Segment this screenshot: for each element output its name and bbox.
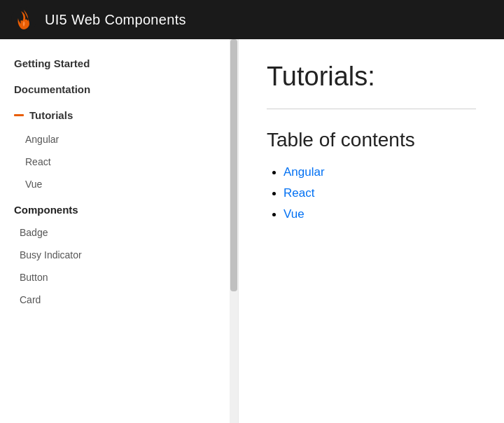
sidebar-tutorials-label: Tutorials [29,109,73,121]
main-layout: Getting Started Documentation Tutorials … [0,39,504,423]
toc-link-react[interactable]: React [284,186,314,200]
sidebar-item-getting-started[interactable]: Getting Started [0,50,230,76]
toc-heading: Table of contents [267,129,476,151]
toc-item-angular: Angular [284,165,476,179]
page-title: Tutorials: [267,62,476,92]
toc-link-vue[interactable]: Vue [284,207,304,221]
app-logo [11,7,36,32]
scrollbar-track[interactable] [230,39,238,423]
app-header: UI5 Web Components [0,0,504,39]
sidebar-components-label: Components [14,204,78,216]
content-area: Tutorials: Table of contents Angular Rea… [238,39,504,423]
sidebar-content: Getting Started Documentation Tutorials … [0,39,230,423]
sidebar-item-documentation[interactable]: Documentation [0,76,230,102]
toc-list: Angular React Vue [267,165,476,221]
sidebar-item-card[interactable]: Card [0,289,230,311]
scrollbar-thumb[interactable] [230,39,237,291]
toc-item-vue: Vue [284,207,476,221]
sidebar-item-angular[interactable]: Angular [0,128,230,151]
active-indicator [14,114,24,116]
sidebar-item-button[interactable]: Button [0,266,230,289]
content-divider [267,109,476,109]
sidebar-section-components: Components [0,195,230,221]
sidebar: Getting Started Documentation Tutorials … [0,39,238,423]
sidebar-item-vue[interactable]: Vue [0,173,230,195]
sidebar-section-tutorials[interactable]: Tutorials [0,102,230,128]
toc-link-angular[interactable]: Angular [284,165,325,179]
toc-item-react: React [284,186,476,200]
sidebar-item-badge[interactable]: Badge [0,221,230,244]
sidebar-item-react[interactable]: React [0,151,230,173]
header-title: UI5 Web Components [45,12,186,28]
sidebar-item-busy-indicator[interactable]: Busy Indicator [0,244,230,266]
